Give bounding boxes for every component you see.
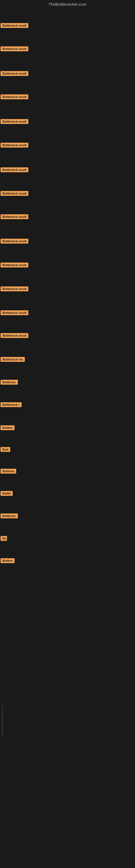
bottleneck-list: Bottleneck resultBottleneck resultBottle… <box>0 8 135 868</box>
bottleneck-badge-13: Bottleneck result <box>1 310 28 315</box>
bottleneck-badge-21: Bottle <box>1 491 13 496</box>
bottleneck-badge-18: Bottlen <box>1 425 14 430</box>
bottleneck-badge-7: Bottleneck result <box>1 167 28 172</box>
bottleneck-item-18[interactable]: Bottlen <box>1 425 14 431</box>
bottleneck-badge-17: Bottleneck r <box>1 402 21 407</box>
bottleneck-badge-12: Bottleneck result <box>1 286 28 291</box>
bottleneck-badge-24: Bottlen <box>1 558 14 563</box>
bottleneck-item-20[interactable]: Bottlene <box>1 469 16 475</box>
bottleneck-badge-11: Bottleneck result <box>1 262 28 268</box>
bottleneck-item-24[interactable]: Bottlen <box>1 558 14 564</box>
bottleneck-badge-22: Bottlenec <box>1 514 18 518</box>
bottleneck-item-11[interactable]: Bottleneck result <box>1 262 28 269</box>
bottleneck-item-23[interactable]: Bo <box>1 536 7 542</box>
bottleneck-badge-6: Bottleneck result <box>1 143 28 148</box>
bottleneck-badge-2: Bottleneck result <box>1 46 28 51</box>
bottleneck-item-10[interactable]: Bottleneck result <box>1 239 28 245</box>
bottleneck-badge-8: Bottleneck result <box>1 191 28 196</box>
bottleneck-item-3[interactable]: Bottleneck result <box>1 71 28 77</box>
bottleneck-badge-3: Bottleneck result <box>1 71 28 76</box>
site-title: TheBottlenecker.com <box>0 0 135 8</box>
bottleneck-item-13[interactable]: Bottleneck result <box>1 310 28 316</box>
bottleneck-badge-9: Bottleneck result <box>1 214 28 219</box>
bottleneck-badge-19: Bott <box>1 447 10 452</box>
bottleneck-item-8[interactable]: Bottleneck result <box>1 191 28 197</box>
bottleneck-item-9[interactable]: Bottleneck result <box>1 214 28 220</box>
vertical-line <box>2 705 3 738</box>
bottleneck-item-6[interactable]: Bottleneck result <box>1 143 28 149</box>
bottleneck-badge-20: Bottlene <box>1 469 16 474</box>
bottleneck-item-19[interactable]: Bott <box>1 447 10 453</box>
bottleneck-item-12[interactable]: Bottleneck result <box>1 286 28 292</box>
bottleneck-badge-1: Bottleneck result <box>1 23 28 28</box>
bottleneck-item-5[interactable]: Bottleneck result <box>1 119 28 125</box>
bottleneck-item-4[interactable]: Bottleneck result <box>1 94 28 100</box>
bottleneck-badge-23: Bo <box>1 536 7 541</box>
bottleneck-item-15[interactable]: Bottleneck res <box>1 357 25 363</box>
bottleneck-item-2[interactable]: Bottleneck result <box>1 46 28 52</box>
bottleneck-item-16[interactable]: Bottlenec <box>1 380 18 386</box>
bottleneck-item-22[interactable]: Bottlenec <box>1 514 18 520</box>
bottleneck-item-14[interactable]: Bottleneck result <box>1 333 28 339</box>
bottleneck-badge-10: Bottleneck result <box>1 239 28 244</box>
bottleneck-item-21[interactable]: Bottle <box>1 491 13 497</box>
bottleneck-badge-15: Bottleneck res <box>1 357 25 362</box>
bottleneck-item-17[interactable]: Bottleneck r <box>1 402 21 408</box>
bottleneck-badge-5: Bottleneck result <box>1 119 28 124</box>
bottleneck-badge-16: Bottlenec <box>1 380 18 384</box>
bottleneck-item-7[interactable]: Bottleneck result <box>1 167 28 173</box>
bottleneck-item-1[interactable]: Bottleneck result <box>1 23 28 29</box>
bottleneck-badge-14: Bottleneck result <box>1 333 28 338</box>
bottleneck-badge-4: Bottleneck result <box>1 94 28 99</box>
